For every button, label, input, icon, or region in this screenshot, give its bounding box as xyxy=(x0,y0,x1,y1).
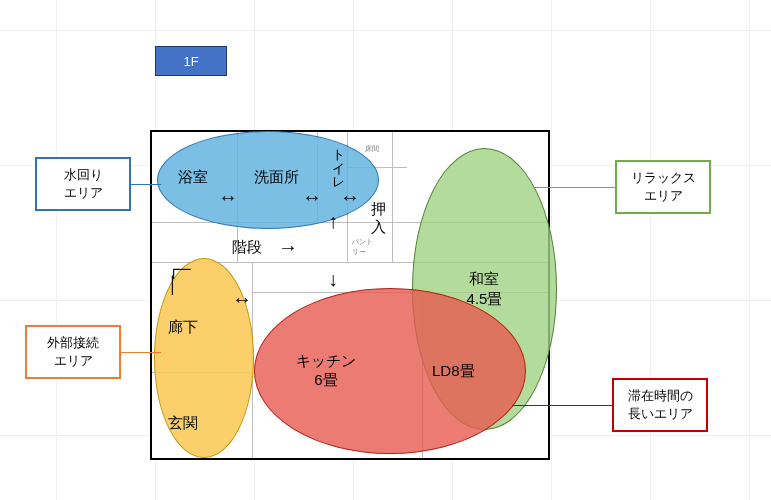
legend-stay-area-label: 滞在時間の 長いエリア xyxy=(628,387,693,422)
connector-orange xyxy=(121,352,161,353)
legend-exterior-area-label: 外部接続 エリア xyxy=(47,334,99,369)
ld-label: LD8畳 xyxy=(432,362,475,381)
legend-relax-area-label: リラックス エリア xyxy=(631,169,696,204)
arrow-h-icon: ↔ xyxy=(302,186,322,209)
legend-water-area: 水回り エリア xyxy=(35,157,131,211)
hallway-label: 廊下 xyxy=(168,318,198,337)
arrow-right-long-icon: → xyxy=(278,236,298,259)
legend-stay-area: 滞在時間の 長いエリア xyxy=(612,378,708,432)
connector-blue xyxy=(131,184,161,185)
toilet-label: ト イ レ xyxy=(332,148,345,189)
legend-water-area-label: 水回り エリア xyxy=(64,166,103,201)
arrow-down-icon: ↓ xyxy=(328,268,338,291)
arrow-h-icon: ↔ xyxy=(232,288,252,311)
floor-button-label: 1F xyxy=(183,54,198,69)
connector-darkred xyxy=(512,405,612,406)
connector-green xyxy=(534,187,615,188)
bath-label: 浴室 xyxy=(178,168,208,187)
washroom-label: 洗面所 xyxy=(254,168,299,187)
legend-relax-area: リラックス エリア xyxy=(615,160,711,214)
relax-area-label: 和室 4.5畳 xyxy=(467,269,503,310)
room-label-tokonoma: 床間 xyxy=(365,144,379,154)
arrow-up-icon: ↑ xyxy=(328,210,338,233)
floor-button-1f[interactable]: 1F xyxy=(155,46,227,76)
legend-exterior-area: 外部接続 エリア xyxy=(25,325,121,379)
vertical-mark-icon: │ xyxy=(168,276,178,294)
arrow-h-icon: ↔ xyxy=(218,186,238,209)
stairs-label: 階段 xyxy=(232,238,262,257)
arrow-h-icon: ↔ xyxy=(340,186,360,209)
entrance-label: 玄関 xyxy=(168,414,198,433)
kitchen-label: キッチン 6畳 xyxy=(276,352,376,390)
room-label-pantry: パント リー xyxy=(352,237,373,257)
oshiire-label: 押 入 xyxy=(371,200,386,236)
